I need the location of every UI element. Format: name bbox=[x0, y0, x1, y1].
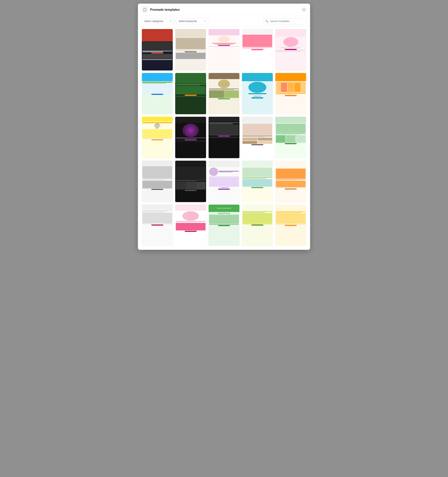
search-icon: 🔍 bbox=[265, 20, 268, 23]
modal-title-area: 📋 Premade templates bbox=[142, 6, 180, 13]
template-card[interactable] bbox=[142, 29, 173, 71]
template-card[interactable] bbox=[142, 160, 173, 203]
close-icon: × bbox=[303, 8, 305, 11]
templates-icon: 📋 bbox=[142, 6, 148, 13]
modal-header: 📋 Premade templates × bbox=[138, 4, 310, 16]
template-card[interactable] bbox=[242, 204, 273, 246]
template-card[interactable]: 19 01 47 37 bbox=[242, 73, 273, 115]
template-card[interactable] bbox=[242, 160, 273, 203]
chevron-down-icon: ▾ bbox=[204, 20, 206, 22]
template-card[interactable] bbox=[175, 160, 206, 203]
filters-bar: Select categories ▾ Select keywords ▾ 🔍 bbox=[138, 16, 310, 27]
template-card[interactable] bbox=[275, 204, 306, 246]
categories-label: Select categories bbox=[144, 20, 163, 23]
chevron-down-icon: ▾ bbox=[170, 20, 171, 22]
template-card[interactable] bbox=[175, 204, 206, 246]
template-card[interactable] bbox=[275, 29, 306, 71]
templates-grid-container: 🌍 bbox=[138, 27, 310, 250]
modal-overlay: 📋 Premade templates × Select categories … bbox=[0, 0, 448, 477]
keywords-label: Select keywords bbox=[179, 20, 197, 23]
template-card[interactable]: 5 % DISCOUNT bbox=[208, 160, 240, 203]
template-card[interactable] bbox=[142, 204, 173, 246]
template-card[interactable] bbox=[175, 73, 206, 115]
template-card[interactable] bbox=[275, 73, 306, 115]
template-card[interactable] bbox=[175, 29, 206, 71]
template-card[interactable]: SPECIAL EASTER OFFERS SALE UP TO 40 bbox=[208, 204, 240, 246]
categories-dropdown[interactable]: Select categories ▾ bbox=[142, 18, 174, 24]
modal-title: Premade templates bbox=[150, 8, 180, 12]
template-card[interactable] bbox=[175, 116, 206, 159]
template-card[interactable]: 🌍 bbox=[142, 73, 173, 115]
template-card[interactable] bbox=[275, 116, 306, 159]
template-card[interactable] bbox=[242, 29, 273, 71]
template-card[interactable] bbox=[208, 116, 240, 159]
close-button[interactable]: × bbox=[301, 7, 306, 12]
keywords-dropdown[interactable]: Select keywords ▾ bbox=[176, 18, 208, 24]
premade-templates-modal: 📋 Premade templates × Select categories … bbox=[138, 4, 310, 250]
template-card[interactable] bbox=[242, 116, 273, 159]
search-wrap: 🔍 bbox=[263, 18, 306, 24]
template-card[interactable] bbox=[208, 73, 240, 115]
search-input[interactable] bbox=[263, 18, 306, 24]
template-card[interactable] bbox=[275, 160, 306, 203]
template-card[interactable] bbox=[208, 29, 240, 71]
template-card[interactable]: APRILFOOL'SDAY bbox=[142, 116, 173, 159]
templates-grid: 🌍 bbox=[142, 29, 306, 246]
